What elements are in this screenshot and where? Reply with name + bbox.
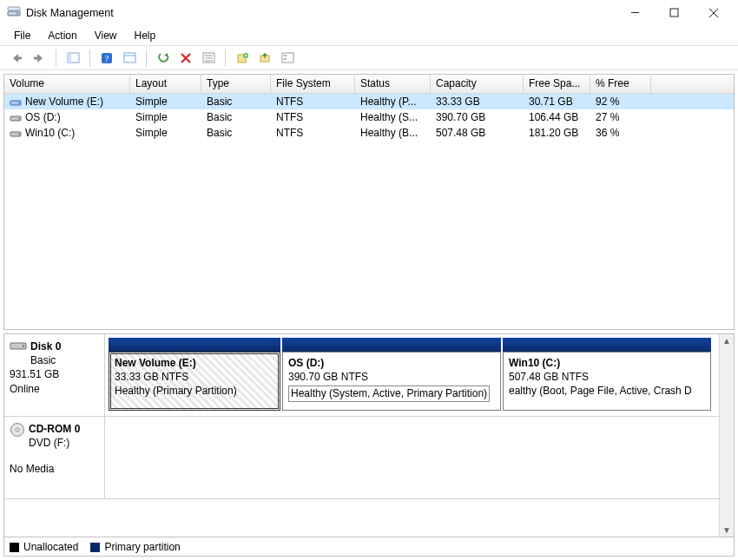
legend: Unallocated Primary partition [3,537,735,557]
drive-icon [10,128,22,139]
column-header-blank [651,75,734,94]
cell-status: Healthy (P... [355,95,431,109]
help-icon-button[interactable]: ? [97,49,116,68]
cell-pct: 36 % [590,126,651,140]
table-row[interactable]: OS (D:)SimpleBasicNTFSHealthy (S...390.7… [4,109,734,125]
cell-free: 30.71 GB [524,95,590,109]
cell-status: Healthy (B... [355,126,431,140]
disk-graphical-view: Disk 0Basic931.51 GBOnlineNew Volume (E:… [3,333,735,537]
cell-fs: NTFS [271,95,355,109]
maximize-button[interactable] [655,1,694,25]
app-icon [7,6,21,20]
cell-type: Basic [201,126,271,140]
cell-free: 106.44 GB [524,110,590,124]
svg-point-1 [16,12,18,14]
swatch-blue-icon [90,543,100,552]
cell-type: Basic [201,95,271,109]
svg-point-27 [18,134,20,135]
disk-row: CD-ROM 0DVD (F:)No Media [4,417,734,499]
partition-size: 390.70 GB NTFS [288,370,495,384]
volume-list-header: Volume Layout Type File System Status Ca… [4,75,734,94]
cell-status: Healthy (S... [355,110,431,124]
cell-capacity: 33.33 GB [431,95,524,109]
drive-icon [10,113,22,123]
cell-pct: 27 % [590,110,651,124]
cell-capacity: 390.70 GB [431,110,524,124]
table-row[interactable]: Win10 (C:)SimpleBasicNTFSHealthy (B...50… [4,125,734,141]
partition-status: Healthy (System, Active, Primary Partiti… [288,385,490,401]
menu-file[interactable]: File [5,27,39,44]
scroll-up-icon[interactable]: ▲ [722,334,731,347]
cell-capacity: 507.48 GB [431,126,524,140]
partition-size: 507.48 GB NTFS [509,370,705,384]
cell-fs: NTFS [271,126,355,140]
cell-name: OS (D:) [4,110,130,124]
menu-help[interactable]: Help [126,27,165,44]
forward-button[interactable] [30,49,49,68]
svg-rect-7 [68,53,71,63]
new-volume-button[interactable] [233,49,252,68]
svg-rect-5 [34,56,38,59]
partition-header-bar [282,338,501,352]
svg-rect-2 [8,7,20,10]
partition-status: ealthy (Boot, Page File, Active, Crash D [509,385,692,397]
svg-rect-3 [670,9,678,16]
svg-rect-21 [284,58,287,60]
scroll-down-icon[interactable]: ▼ [722,524,731,537]
minimize-button[interactable] [616,1,655,25]
column-header-capacity[interactable]: Capacity [431,75,524,94]
svg-rect-10 [124,53,135,63]
legend-primary: Primary partition [90,541,180,553]
cell-type: Basic [201,110,271,124]
partition-title: OS (D:) [288,356,495,370]
disk-row: Disk 0Basic931.51 GBOnlineNew Volume (E:… [4,334,734,417]
drive-icon [10,97,22,108]
svg-text:?: ? [105,54,109,63]
partition-header-bar [503,338,711,352]
close-button[interactable] [694,1,733,25]
partition[interactable]: OS (D:)390.70 GB NTFSHealthy (System, Ac… [282,352,501,411]
partition-status: Healthy (Primary Partition) [115,385,237,397]
back-button[interactable] [7,49,26,68]
svg-rect-19 [282,53,293,63]
window-title: Disk Management [26,7,114,19]
titlebar: Disk Management [0,0,738,26]
svg-point-29 [23,346,24,347]
menu-action[interactable]: Action [39,27,85,44]
disk-partitions: New Volume (E:)33.33 GB NTFSHealthy (Pri… [105,334,734,416]
partition-title: Win10 (C:) [509,356,705,370]
svg-point-31 [16,428,19,432]
show-hide-tree-button[interactable] [63,49,82,68]
menu-view[interactable]: View [86,27,126,44]
partition[interactable]: Win10 (C:)507.48 GB NTFSealthy (Boot, Pa… [503,352,711,411]
column-header-free[interactable]: Free Spa... [524,75,590,94]
table-row[interactable]: New Volume (E:)SimpleBasicNTFSHealthy (P… [4,94,734,109]
attach-vhd-button[interactable] [255,49,274,68]
disk-icon [10,422,25,441]
cell-name: New Volume (E:) [4,95,130,109]
disk-partitions [105,417,734,498]
disk-info[interactable]: CD-ROM 0DVD (F:)No Media [4,417,105,498]
disk-type: Basic [10,353,99,367]
disk-icon [10,339,27,355]
legend-primary-label: Primary partition [104,541,180,553]
toolbar: ? [0,46,738,70]
svg-point-25 [18,118,20,120]
column-header-type[interactable]: Type [201,75,271,94]
column-header-filesystem[interactable]: File System [271,75,355,94]
column-header-pctfree[interactable]: % Free [590,75,651,94]
column-header-status[interactable]: Status [355,75,431,94]
action-list-button[interactable] [199,49,218,68]
column-header-volume[interactable]: Volume [4,75,130,94]
refresh-button[interactable] [154,49,173,68]
disk-size: 931.51 GB [10,367,99,381]
delete-icon[interactable] [176,49,195,68]
properties-button[interactable] [120,49,139,68]
partition[interactable]: New Volume (E:)33.33 GB NTFSHealthy (Pri… [109,352,280,411]
column-header-layout[interactable]: Layout [130,75,201,94]
menubar: File Action View Help [0,26,738,46]
settings-list-button[interactable] [278,49,297,68]
disk-info[interactable]: Disk 0Basic931.51 GBOnline [4,334,105,416]
cell-free: 181.20 GB [524,126,590,140]
vertical-scrollbar[interactable]: ▲ ▼ [719,334,734,537]
